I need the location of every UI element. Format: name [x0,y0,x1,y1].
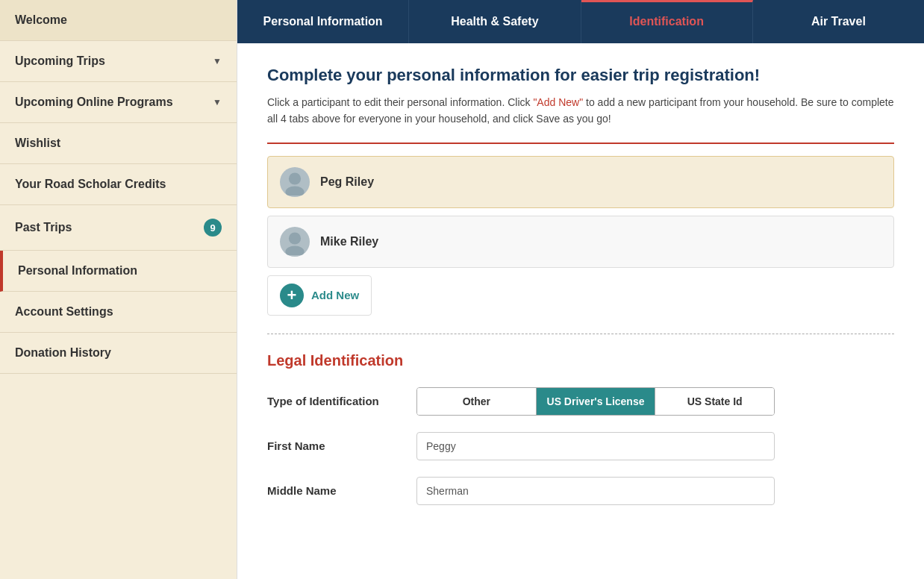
first-name-input[interactable] [416,432,775,460]
svg-point-3 [285,245,304,255]
sidebar-item-label-personal-information: Personal Information [18,264,137,278]
legal-identification-section: Legal Identification Type of Identificat… [267,352,894,505]
middle-name-field [416,477,894,505]
participant-row-peg-riley[interactable]: Peg Riley [267,156,894,208]
id-type-row: Type of Identification OtherUS Driver's … [267,387,894,416]
id-type-label: Type of Identification [267,395,416,407]
tab-personal-information[interactable]: Personal Information [237,0,409,43]
sidebar-item-account-settings[interactable]: Account Settings [0,292,237,333]
svg-point-1 [285,186,304,195]
sidebar-item-upcoming-trips[interactable]: Upcoming Trips▼ [0,41,237,82]
sidebar-item-upcoming-online-programs[interactable]: Upcoming Online Programs▼ [0,82,237,123]
sidebar-item-personal-information[interactable]: Personal Information [0,251,237,292]
avatar-peg-riley [280,167,310,197]
middle-name-label: Middle Name [267,484,416,497]
sidebar-item-label-road-scholar-credits: Your Road Scholar Credits [15,178,166,191]
id-type-field: OtherUS Driver's LicenseUS State Id [416,387,894,416]
first-name-label: First Name [267,439,416,452]
tab-bar: Personal InformationHealth & SafetyIdent… [237,0,924,43]
tab-air-travel[interactable]: Air Travel [753,0,924,43]
chevron-down-icon-upcoming-trips: ▼ [213,56,222,66]
avatar-mike-riley [280,227,310,257]
add-new-label: Add New [311,289,359,301]
first-name-field [416,432,894,460]
add-icon: + [280,284,304,307]
sidebar-item-past-trips[interactable]: Past Trips9 [0,205,237,251]
participant-row-mike-riley[interactable]: Mike Riley [267,216,894,268]
sidebar-item-label-welcome: Welcome [15,13,67,27]
dashed-divider [267,334,894,334]
legal-id-title: Legal Identification [267,352,894,369]
middle-name-input[interactable] [416,477,775,505]
sidebar-badge-past-trips: 9 [204,219,222,237]
svg-point-0 [289,172,301,184]
sidebar-item-label-upcoming-online-programs: Upcoming Online Programs [15,96,173,109]
participant-name-peg-riley: Peg Riley [320,175,374,189]
sidebar: WelcomeUpcoming Trips▼Upcoming Online Pr… [0,0,237,579]
red-divider [267,143,894,144]
id-type-btn-us-drivers-license[interactable]: US Driver's License [537,388,656,415]
tab-health-safety[interactable]: Health & Safety [409,0,581,43]
main-content: Personal InformationHealth & SafetyIdent… [237,0,924,579]
first-name-row: First Name [267,432,894,460]
page-description: Click a participant to edit their person… [267,94,894,128]
id-type-btn-other[interactable]: Other [417,388,537,415]
sidebar-item-label-donation-history: Donation History [15,346,111,360]
sidebar-item-wishlist[interactable]: Wishlist [0,123,237,164]
middle-name-row: Middle Name [267,477,894,505]
tab-identification[interactable]: Identification [581,0,753,43]
sidebar-item-label-account-settings: Account Settings [15,305,113,319]
svg-point-2 [289,232,301,244]
sidebar-item-road-scholar-credits[interactable]: Your Road Scholar Credits [0,164,237,205]
sidebar-item-donation-history[interactable]: Donation History [0,333,237,374]
desc-part1: Click a participant to edit their person… [267,96,533,108]
sidebar-item-welcome[interactable]: Welcome [0,0,237,41]
id-type-group: OtherUS Driver's LicenseUS State Id [416,387,775,416]
sidebar-item-label-wishlist: Wishlist [15,137,60,150]
chevron-down-icon-upcoming-online-programs: ▼ [213,97,222,107]
add-new-button[interactable]: + Add New [267,275,372,316]
participants-list: Peg Riley Mike Riley [267,156,894,268]
sidebar-item-label-upcoming-trips: Upcoming Trips [15,54,105,68]
sidebar-item-label-past-trips: Past Trips [15,221,72,234]
content-area: Complete your personal information for e… [237,43,924,579]
page-title: Complete your personal information for e… [267,66,894,85]
participant-name-mike-riley: Mike Riley [320,235,378,248]
id-type-btn-us-state-id[interactable]: US State Id [655,388,774,415]
add-new-link[interactable]: "Add New" [533,96,583,108]
